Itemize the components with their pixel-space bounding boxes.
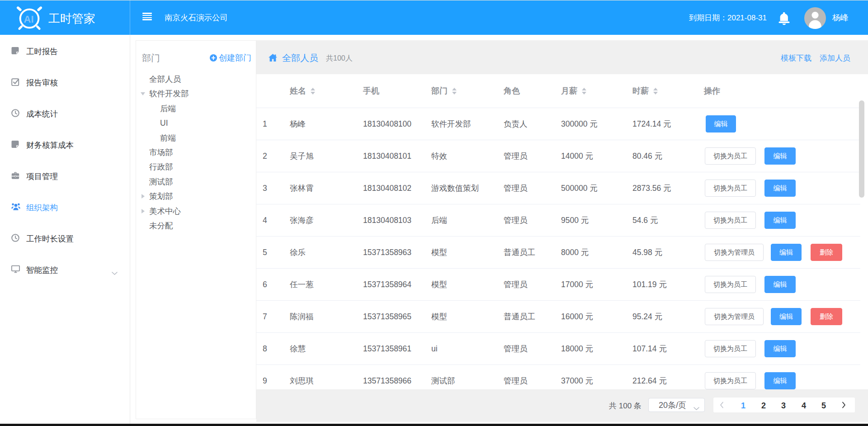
svg-text:AI: AI bbox=[24, 14, 34, 25]
